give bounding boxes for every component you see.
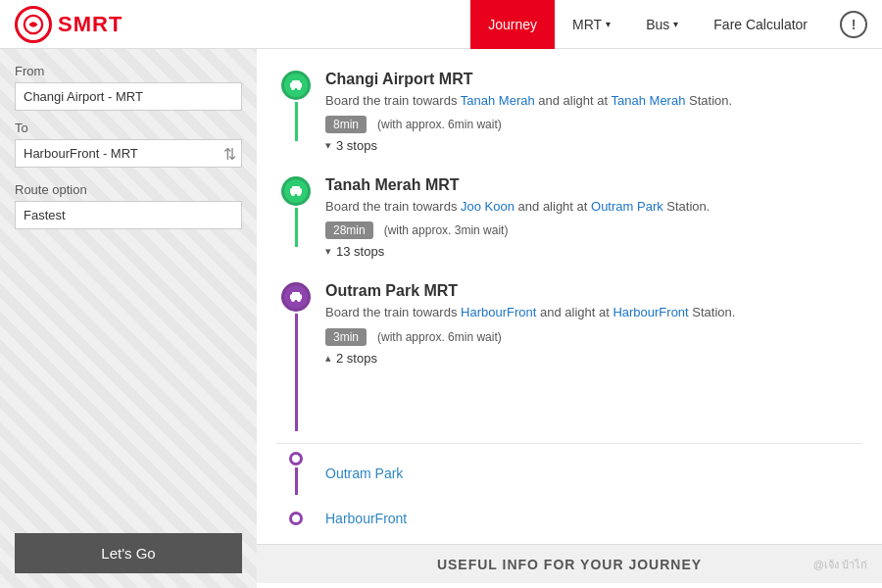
svg-point-2 xyxy=(291,86,295,90)
from-input-wrap xyxy=(15,82,242,111)
wait-text-tanah: (with approx. 3min wait) xyxy=(384,223,509,237)
nav-fare[interactable]: Fare Calculator xyxy=(696,0,825,49)
line-tanah-outram xyxy=(295,208,298,247)
smrt-logo xyxy=(15,6,52,43)
header: SMRT Journey MRT ▾ Bus ▾ Fare Calculator… xyxy=(0,0,882,49)
tanah-station-icon xyxy=(281,176,311,206)
sub-stop-dot-1 xyxy=(289,452,303,466)
changi-station-icon xyxy=(281,71,311,100)
chevron-outram: ▴ xyxy=(325,352,331,365)
route-input-wrap xyxy=(15,201,242,229)
step-outram: Outram Park MRT Board the train towards … xyxy=(276,270,862,444)
stops-count-tanah: 13 stops xyxy=(336,244,384,259)
time-badge-changi: 8min xyxy=(325,116,367,133)
route-input[interactable] xyxy=(15,201,242,229)
route-label: Route option xyxy=(15,182,242,197)
svg-point-11 xyxy=(297,298,301,302)
nav-journey[interactable]: Journey xyxy=(470,0,555,49)
to-input[interactable] xyxy=(15,139,242,168)
line-outram-stops xyxy=(295,314,298,431)
journey-list: Changi Airport MRT Board the train towar… xyxy=(257,59,882,534)
step-title-outram: Outram Park MRT xyxy=(325,282,862,300)
step-tanah-merah: Tanah Merah MRT Board the train towards … xyxy=(276,165,862,270)
sub-stop-name-2: HarbourFront xyxy=(325,511,407,526)
sidebar: From To ⇅ Route option Let's Go xyxy=(0,49,257,588)
from-input[interactable] xyxy=(15,82,242,111)
main-nav: Journey MRT ▾ Bus ▾ Fare Calculator xyxy=(470,0,825,49)
outram-station-icon xyxy=(281,282,311,312)
to-field-group: To ⇅ xyxy=(15,121,242,168)
nav-bus[interactable]: Bus ▾ xyxy=(628,0,696,49)
sub-stop-harbourfront: HarbourFront xyxy=(276,503,862,534)
time-badge-tanah: 28min xyxy=(325,221,373,239)
lets-go-button[interactable]: Let's Go xyxy=(15,533,242,573)
step-icon-col-tanah xyxy=(276,176,316,247)
stops-count-outram: 2 stops xyxy=(336,351,377,366)
mrt-arrow: ▾ xyxy=(606,19,611,29)
bus-arrow: ▾ xyxy=(673,19,678,29)
svg-rect-12 xyxy=(292,292,300,296)
step-icon-col-changi xyxy=(276,71,316,141)
main-layout: From To ⇅ Route option Let's Go xyxy=(0,49,882,588)
wait-text-outram: (with approx. 6min wait) xyxy=(377,330,502,344)
step-changi: Changi Airport MRT Board the train towar… xyxy=(276,59,862,165)
to-label: To xyxy=(15,121,242,135)
watermark: @เจ้ง บ้าไก่ xyxy=(813,556,867,573)
line-changi-tanah xyxy=(295,102,298,141)
step-icon-col-outram xyxy=(276,282,316,431)
wait-text-changi: (with approx. 6min wait) xyxy=(377,118,502,131)
svg-rect-8 xyxy=(292,186,300,190)
svg-point-6 xyxy=(291,192,295,196)
step-content-outram: Outram Park MRT Board the train towards … xyxy=(316,282,862,365)
step-content-tanah: Tanah Merah MRT Board the train towards … xyxy=(316,176,862,259)
step-content-changi: Changi Airport MRT Board the train towar… xyxy=(316,71,862,153)
sub-stop-content-2: HarbourFront xyxy=(316,511,862,526)
line-sub-1 xyxy=(295,467,298,495)
journey-content: Changi Airport MRT Board the train towar… xyxy=(257,49,882,588)
step-title-changi: Changi Airport MRT xyxy=(325,71,862,88)
stops-row-outram[interactable]: ▴ 2 stops xyxy=(325,351,862,366)
sub-stop-icon-col-1 xyxy=(276,452,316,495)
chevron-changi: ▾ xyxy=(325,139,331,152)
stops-row-changi[interactable]: ▾ 3 stops xyxy=(325,138,862,153)
stops-count-changi: 3 stops xyxy=(336,138,377,153)
sub-stop-outram-park: Outram Park xyxy=(276,444,862,503)
sub-stop-icon-col-2 xyxy=(276,512,316,525)
nav-mrt[interactable]: MRT ▾ xyxy=(555,0,628,49)
sub-stop-content-1: Outram Park xyxy=(316,466,862,481)
stops-row-tanah[interactable]: ▾ 13 stops xyxy=(325,244,862,259)
svg-point-7 xyxy=(297,192,301,196)
from-field-group: From xyxy=(15,64,242,111)
sub-stop-name-1: Outram Park xyxy=(325,466,403,481)
chevron-tanah: ▾ xyxy=(325,245,331,258)
swap-icon[interactable]: ⇅ xyxy=(223,144,236,163)
step-title-tanah: Tanah Merah MRT xyxy=(325,176,862,194)
step-desc-changi: Board the train towards Tanah Merah and … xyxy=(325,92,862,110)
sub-stop-dot-2 xyxy=(289,512,303,525)
from-label: From xyxy=(15,64,242,78)
time-badge-outram: 3min xyxy=(325,328,367,346)
bottom-banner: USEFUL INFO FOR YOUR JOURNEY @เจ้ง บ้าไก… xyxy=(257,544,882,583)
banner-text: USEFUL INFO FOR YOUR JOURNEY xyxy=(437,557,702,572)
route-section: Route option xyxy=(15,182,242,229)
svg-point-10 xyxy=(291,298,295,302)
to-input-wrap: ⇅ xyxy=(15,139,242,168)
step-desc-outram: Board the train towards HarbourFront and… xyxy=(325,304,862,321)
logo-text: SMRT xyxy=(58,12,122,37)
step-desc-tanah: Board the train towards Joo Koon and ali… xyxy=(325,198,862,216)
svg-point-3 xyxy=(297,86,301,90)
logo-area: SMRT xyxy=(15,6,122,43)
svg-rect-4 xyxy=(292,80,300,84)
info-icon[interactable]: ! xyxy=(840,11,867,38)
